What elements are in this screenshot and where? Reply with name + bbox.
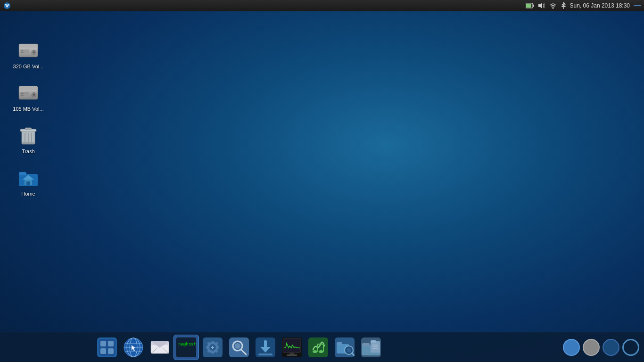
svg-point-10 — [33, 51, 35, 53]
desktop-icon-home[interactable]: Home — [7, 165, 50, 198]
datetime-display: Sun, 06 Jan 2013 18:30 — [570, 2, 630, 9]
svg-rect-26 — [22, 142, 35, 144]
desktop-icon-hdd-105[interactable]: 105 MB Vol... — [7, 80, 50, 114]
desktop-icon-trash[interactable]: Trash — [7, 122, 50, 156]
hdd-icon-320 — [17, 39, 40, 62]
hdd-105-label: 105 MB Vol... — [13, 106, 43, 112]
battery-icon — [526, 3, 534, 8]
trash-label: Trash — [22, 148, 35, 154]
wifi-icon[interactable] — [549, 2, 557, 9]
svg-rect-61 — [217, 346, 219, 348]
desktop-icon-hdd-320[interactable]: 320 GB Vol... — [7, 37, 50, 71]
svg-text:ne@host:~$: ne@host:~$ — [178, 342, 196, 346]
workspace-2[interactable] — [583, 339, 600, 356]
svg-rect-28 — [19, 172, 26, 175]
hdd-icon-105 — [17, 82, 40, 104]
trash-icon — [17, 124, 40, 147]
svg-rect-2 — [526, 4, 531, 8]
dock-item-settings[interactable] — [200, 335, 225, 360]
hdd-320-label: 320 GB Vol... — [13, 64, 44, 69]
menubar-right: Sun, 06 Jan 2013 18:30 — [526, 2, 641, 9]
svg-rect-58 — [212, 341, 214, 343]
svg-rect-18 — [21, 93, 24, 94]
volume-icon[interactable] — [538, 2, 545, 9]
home-label: Home — [21, 191, 35, 197]
home-icon — [17, 166, 40, 189]
svg-rect-7 — [19, 44, 38, 48]
bluetooth-icon[interactable] — [561, 2, 566, 9]
dock-item-search[interactable] — [226, 335, 252, 360]
dock-item-browser[interactable] — [121, 335, 146, 360]
dock-item-mail[interactable] — [147, 335, 173, 360]
svg-rect-31 — [26, 181, 30, 185]
svg-point-5 — [552, 8, 553, 9]
dock-item-file-browser[interactable] — [358, 335, 384, 360]
workspace-1[interactable] — [563, 339, 580, 356]
menubar: Sun, 06 Jan 2013 18:30 — [0, 0, 644, 11]
svg-rect-19 — [21, 95, 24, 96]
svg-rect-3 — [533, 5, 534, 7]
svg-rect-14 — [19, 86, 38, 90]
svg-rect-35 — [108, 341, 114, 346]
svg-rect-34 — [100, 341, 106, 346]
svg-marker-4 — [538, 3, 542, 8]
svg-rect-97 — [371, 340, 376, 343]
svg-rect-11 — [21, 50, 24, 51]
desktop: 320 GB Vol... 105 MB Vol... — [0, 11, 644, 362]
svg-point-71 — [235, 343, 240, 349]
taskbar: ne@host:~$ _ — [0, 332, 644, 362]
dock-item-music[interactable] — [305, 335, 331, 360]
svg-text:_: _ — [178, 346, 181, 351]
xfce-logo[interactable] — [3, 1, 11, 10]
dock-item-monitor[interactable] — [279, 335, 305, 360]
menubar-left — [3, 1, 11, 10]
dock-item-terminal[interactable]: ne@host:~$ _ — [173, 335, 199, 360]
svg-point-17 — [33, 94, 35, 96]
svg-rect-75 — [258, 354, 272, 355]
svg-rect-80 — [287, 354, 297, 356]
dock-item-downloader[interactable] — [253, 335, 278, 360]
svg-point-84 — [319, 350, 323, 353]
workspace-3[interactable] — [603, 339, 619, 356]
svg-rect-60 — [206, 346, 208, 348]
dock-item-file-manager[interactable] — [332, 335, 357, 360]
svg-rect-37 — [108, 348, 114, 354]
menubar-action-button[interactable] — [634, 5, 641, 6]
workspace-switcher — [563, 339, 639, 356]
svg-rect-36 — [100, 348, 106, 354]
svg-rect-79 — [289, 353, 294, 354]
dock-center: ne@host:~$ _ — [94, 335, 384, 360]
workspace-4[interactable] — [622, 339, 639, 356]
svg-rect-89 — [337, 342, 342, 345]
svg-rect-59 — [212, 352, 214, 354]
dock-item-xfce[interactable] — [94, 335, 120, 360]
svg-rect-22 — [25, 128, 32, 130]
svg-rect-95 — [362, 343, 370, 346]
svg-point-91 — [347, 348, 351, 353]
svg-point-82 — [313, 350, 317, 353]
svg-rect-12 — [21, 52, 24, 53]
